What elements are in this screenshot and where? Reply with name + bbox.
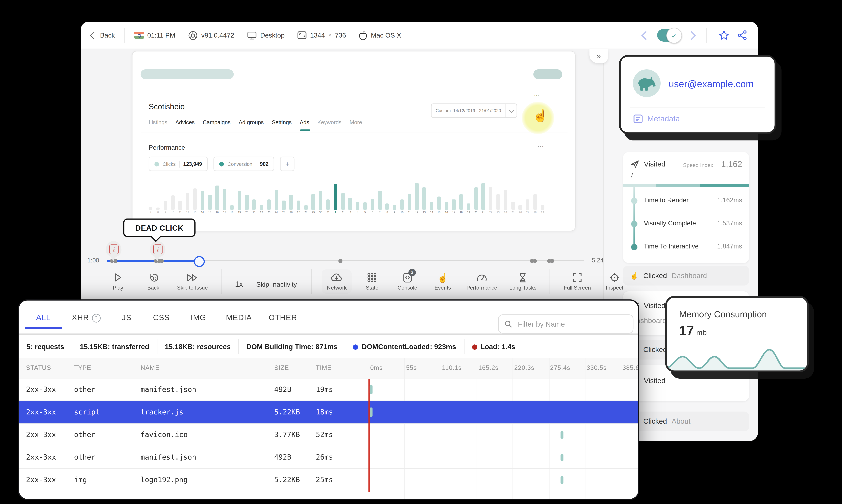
next-session-button[interactable] bbox=[687, 31, 696, 40]
section-more-icon[interactable]: ⋯ bbox=[537, 143, 544, 150]
table-row[interactable]: 2xx-3xxotherfavicon.ico3.77KB52ms bbox=[19, 424, 638, 446]
network-table-body: 2xx-3xxothermanifest.json492B19ms2xx-3xx… bbox=[19, 379, 638, 491]
section-title: Performance bbox=[149, 144, 185, 151]
play-button[interactable]: Play bbox=[103, 269, 133, 293]
issue-info-icon: i bbox=[153, 245, 162, 254]
visited-event-card[interactable]: Visited Speed Index 1,162 / Time to Rend… bbox=[623, 152, 749, 263]
previous-session-button[interactable] bbox=[642, 31, 650, 40]
rhino-icon bbox=[637, 75, 657, 91]
chart-bar: 28 bbox=[532, 174, 539, 214]
load-progress-bar bbox=[623, 184, 749, 187]
waterfall-bar bbox=[561, 476, 563, 484]
tab-media[interactable]: MEDIA bbox=[217, 308, 261, 328]
table-row[interactable]: 2xx-3xximglogo192.png5.22KB25ms bbox=[19, 469, 638, 491]
tab-all[interactable]: ALL bbox=[25, 308, 62, 328]
cell-type: img bbox=[74, 476, 87, 484]
event-row-clicked-about[interactable]: ☝ Clicked About bbox=[623, 412, 749, 431]
cell-size: 5.22KB bbox=[274, 408, 300, 416]
play-icon bbox=[114, 272, 122, 283]
favorite-star-icon[interactable] bbox=[718, 30, 729, 40]
collapse-sidebar-button[interactable]: » bbox=[589, 49, 608, 63]
issue-marker[interactable]: i bbox=[150, 241, 165, 261]
autoplay-toggle[interactable]: ✓ bbox=[657, 29, 680, 42]
tab-ad-groups[interactable]: Ad groups bbox=[239, 119, 264, 125]
tab-listings[interactable]: Listings bbox=[149, 119, 167, 125]
cell-status: 2xx-3xx bbox=[26, 431, 56, 439]
events-panel-button[interactable]: ☝ Events bbox=[428, 269, 458, 293]
console-panel-button[interactable]: 3 Console bbox=[392, 269, 423, 293]
gauge-icon bbox=[477, 272, 487, 283]
issue-marker[interactable]: i bbox=[106, 241, 122, 261]
tab-js[interactable]: JS bbox=[110, 308, 143, 328]
playback-speed-button[interactable]: 1x bbox=[232, 280, 246, 288]
long-tasks-panel-button[interactable]: Long Tasks bbox=[506, 269, 540, 293]
chart-bar: 10 bbox=[169, 174, 177, 214]
tab-more[interactable]: More bbox=[350, 119, 362, 125]
tab-campaigns[interactable]: Campaigns bbox=[203, 119, 231, 125]
blue-dot-icon bbox=[353, 344, 358, 349]
state-panel-button[interactable]: State bbox=[357, 269, 387, 293]
chart-bar: 11 bbox=[177, 174, 184, 214]
chart-bar: 23 bbox=[495, 174, 502, 214]
memory-sparkline bbox=[667, 344, 807, 371]
chart-bar: 20 bbox=[243, 174, 250, 214]
memory-title: Memory Consumption bbox=[679, 309, 767, 320]
tab-xhr[interactable]: XHR? bbox=[62, 308, 111, 328]
device-type: Desktop bbox=[247, 31, 285, 40]
user-email[interactable]: user@example.com bbox=[669, 78, 754, 90]
skip-to-issue-button[interactable]: Skip to Issue bbox=[174, 269, 211, 293]
cell-time: 19ms bbox=[316, 385, 333, 394]
divider bbox=[706, 28, 707, 43]
monitor-icon bbox=[247, 31, 257, 40]
cell-time: 25ms bbox=[316, 476, 333, 484]
cell-size: 492B bbox=[274, 385, 291, 394]
divider bbox=[311, 269, 312, 293]
chart-bar: 16 bbox=[443, 174, 450, 214]
table-row[interactable]: 2xx-3xxothermanifest.json492B19ms bbox=[19, 379, 638, 401]
event-marker[interactable] bbox=[550, 259, 554, 263]
speed-index-label: Speed Index bbox=[683, 162, 713, 168]
metadata-doc-icon bbox=[633, 114, 643, 123]
tab-settings[interactable]: Settings bbox=[272, 119, 292, 125]
back-10s-button[interactable]: 10 Back bbox=[138, 269, 168, 293]
event-type: Visited bbox=[644, 160, 665, 168]
tab-css[interactable]: CSS bbox=[143, 308, 180, 328]
event-row-clicked-dashboard[interactable]: ☝ Clicked Dashboard bbox=[623, 266, 749, 286]
network-panel-button[interactable]: Network bbox=[322, 269, 352, 293]
back-button[interactable]: Back bbox=[91, 32, 115, 39]
timeline-scrubber[interactable] bbox=[194, 256, 205, 267]
share-icon[interactable] bbox=[738, 30, 747, 40]
tab-advices[interactable]: Advices bbox=[176, 119, 195, 125]
table-row[interactable]: 2xx-3xxothermanifest.json492B26ms bbox=[19, 446, 638, 469]
date-range-select[interactable]: Custom: 14/12/2019 - 21/01/2020 bbox=[431, 104, 517, 118]
event-marker[interactable] bbox=[339, 259, 342, 263]
performance-panel-button[interactable]: Performance bbox=[463, 269, 501, 293]
cell-time: 26ms bbox=[316, 453, 333, 461]
kpi-clicks[interactable]: Clicks 123,949 bbox=[149, 157, 208, 171]
chart-bar: 15 bbox=[206, 174, 214, 214]
filter-input[interactable] bbox=[517, 319, 627, 329]
tab-keywords[interactable]: Keywords bbox=[317, 119, 341, 125]
add-kpi-button[interactable]: + bbox=[280, 157, 294, 171]
tab-ads[interactable]: Ads bbox=[300, 119, 309, 125]
inspect-button[interactable]: Inspect bbox=[599, 269, 630, 293]
chart-bar: 25 bbox=[509, 174, 517, 214]
full-screen-button[interactable]: Full Screen bbox=[560, 269, 594, 293]
cell-time: 18ms bbox=[316, 408, 333, 416]
chart-bar: 13 bbox=[191, 174, 199, 214]
cell-type: other bbox=[74, 431, 95, 439]
tab-other[interactable]: OTHER bbox=[261, 308, 305, 328]
cell-name: favicon.ico bbox=[141, 431, 188, 439]
chart-bar: 7 bbox=[376, 174, 383, 214]
event-marker[interactable] bbox=[533, 259, 537, 263]
metadata-button[interactable]: Metadata bbox=[633, 114, 680, 123]
visited-path: / bbox=[631, 172, 633, 179]
tab-img[interactable]: IMG bbox=[180, 308, 217, 328]
table-row[interactable]: 2xx-3xxscripttracker.js5.22KB18ms bbox=[19, 401, 638, 424]
grid-icon bbox=[368, 272, 377, 283]
skip-inactivity-button[interactable]: Skip Inactivity bbox=[252, 281, 301, 288]
kpi-conversion[interactable]: Conversion 902 bbox=[214, 157, 274, 171]
hourglass-icon bbox=[519, 272, 527, 283]
help-icon[interactable]: ? bbox=[92, 313, 101, 322]
cell-status: 2xx-3xx bbox=[26, 385, 56, 394]
